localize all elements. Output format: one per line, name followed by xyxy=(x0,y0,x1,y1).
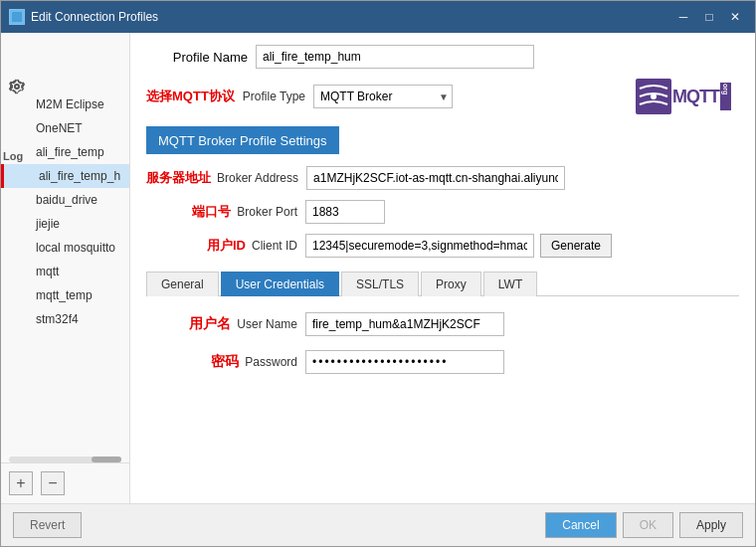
client-id-label: Client ID xyxy=(252,239,297,253)
tab-ssl-tls[interactable]: SSL/TLS xyxy=(341,272,419,296)
broker-address-label: Broker Address xyxy=(217,171,298,185)
annotation-userid: 用户ID xyxy=(207,237,246,255)
sidebar-bottom: + − xyxy=(1,462,129,503)
bottom-left: Revert xyxy=(13,512,82,538)
tabs-row: General User Credentials SSL/TLS Proxy L… xyxy=(146,272,739,296)
profile-name-label: Profile Name xyxy=(146,50,256,65)
tab-user-credentials[interactable]: User Credentials xyxy=(221,272,339,296)
cancel-button[interactable]: Cancel xyxy=(545,512,616,538)
mqtt-logo-text: MQTT xyxy=(672,88,719,105)
title-bar-controls: ─ □ ✕ xyxy=(671,7,747,27)
tab-proxy[interactable]: Proxy xyxy=(421,272,481,296)
username-input[interactable] xyxy=(305,312,504,336)
main-panel: 名字随意起 Profile Name 选择MQTT协议 Profile Type xyxy=(130,33,755,503)
close-button[interactable]: ✕ xyxy=(723,7,747,27)
broker-port-input[interactable] xyxy=(305,200,385,224)
annotation-username: 用户名 xyxy=(189,315,231,333)
broker-address-input[interactable] xyxy=(306,166,565,190)
sidebar-item-jiejie[interactable]: jiejie xyxy=(1,212,129,236)
sidebar-item-stm32f4[interactable]: stm32f4 xyxy=(1,307,129,331)
mqtt-logo-stripe: org xyxy=(720,83,731,110)
broker-port-label: Broker Port xyxy=(237,205,297,219)
client-id-input[interactable] xyxy=(305,234,534,258)
window-title: Edit Connection Profiles xyxy=(31,10,158,24)
profile-name-input[interactable] xyxy=(256,45,534,69)
mqtt-logo-icon xyxy=(636,79,671,114)
annotation-password: 密码 xyxy=(211,353,239,371)
annotation-port: 端口号 xyxy=(192,203,231,221)
apply-button[interactable]: Apply xyxy=(679,512,743,538)
svg-rect-2 xyxy=(18,13,21,16)
profile-type-select-wrapper: MQTT Broker MQTT Subscriber MQTT Publish… xyxy=(313,85,453,108)
revert-button[interactable]: Revert xyxy=(13,512,82,538)
sidebar-item-baidu-drive[interactable]: baidu_drive xyxy=(1,188,129,212)
log-label: Log xyxy=(3,150,23,162)
ok-button[interactable]: OK xyxy=(623,512,673,538)
profile-type-label: Profile Type xyxy=(243,90,313,103)
profile-type-select[interactable]: MQTT Broker MQTT Subscriber MQTT Publish… xyxy=(313,85,453,108)
sidebar-item-mqtt[interactable]: mqtt xyxy=(1,260,129,283)
minimize-button[interactable]: ─ xyxy=(671,7,695,27)
sidebar-item-ali-fire-temp-h[interactable]: ali_fire_temp_h xyxy=(1,164,129,188)
add-profile-button[interactable]: + xyxy=(9,471,33,495)
title-bar-left: Edit Connection Profiles xyxy=(9,9,158,25)
svg-rect-3 xyxy=(13,18,16,21)
gear-icon xyxy=(7,77,27,99)
annotation-protocol: 选择MQTT协议 xyxy=(146,88,235,105)
svg-rect-1 xyxy=(13,13,17,17)
tab-general[interactable]: General xyxy=(146,272,219,296)
svg-point-5 xyxy=(651,93,657,99)
generate-button[interactable]: Generate xyxy=(540,234,612,258)
window-icon xyxy=(9,9,25,25)
username-label: User Name xyxy=(237,317,297,331)
mqtt-logo: MQTT org xyxy=(636,79,731,114)
password-input[interactable] xyxy=(305,350,504,374)
bottom-bar: Revert Cancel OK Apply xyxy=(1,503,755,546)
sidebar-item-local-mosquitto[interactable]: local mosquitto xyxy=(1,236,129,260)
title-bar: Edit Connection Profiles ─ □ ✕ xyxy=(1,1,755,33)
sidebar-items-list: M2M Eclipse OneNET ali_fire_temp ali_fir… xyxy=(1,63,129,456)
remove-profile-button[interactable]: − xyxy=(41,471,65,495)
main-window: Edit Connection Profiles ─ □ ✕ Log M2M E… xyxy=(0,0,756,547)
password-label: Password xyxy=(245,355,297,369)
sidebar-item-onenet[interactable]: OneNET xyxy=(1,116,129,140)
bottom-right: Cancel OK Apply xyxy=(545,512,743,538)
broker-settings-button[interactable]: MQTT Broker Profile Settings xyxy=(146,126,339,154)
sidebar-item-mqtt-temp[interactable]: mqtt_temp xyxy=(1,283,129,307)
tab-lwt[interactable]: LWT xyxy=(483,272,537,296)
content-area: Log M2M Eclipse OneNET ali_fire_temp ali… xyxy=(1,33,755,503)
maximize-button[interactable]: □ xyxy=(697,7,721,27)
annotation-server: 服务器地址 xyxy=(146,169,211,187)
sidebar: Log M2M Eclipse OneNET ali_fire_temp ali… xyxy=(1,33,130,503)
